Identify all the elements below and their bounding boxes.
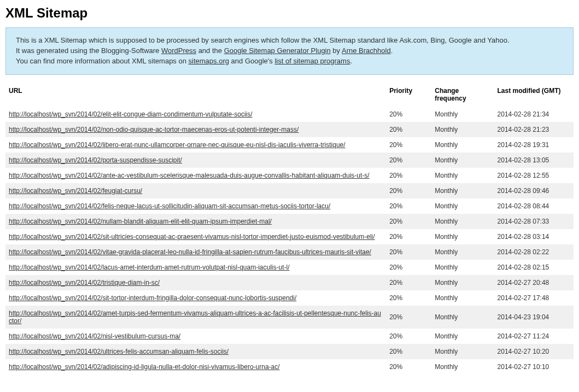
sitemap-table: URL Priority Change frequency Last modif…: [5, 83, 574, 375]
url-link[interactable]: http://localhost/wp_svn/2014/02/feugiat-…: [9, 187, 142, 195]
info-text: .: [350, 57, 352, 65]
priority-cell: 20%: [386, 183, 431, 198]
frequency-cell: Monthly: [431, 290, 494, 306]
table-row: http://localhost/wp_svn/2014/02/libero-e…: [5, 137, 574, 153]
priority-cell: 20%: [386, 168, 431, 183]
info-box: This is a XML Sitemap which is supposed …: [5, 27, 574, 75]
priority-cell: 20%: [386, 344, 431, 359]
priority-cell: 20%: [386, 198, 431, 214]
table-row: http://localhost/wp_svn/2014/02/lacus-am…: [5, 260, 574, 275]
table-row: http://localhost/wp_svn/2014/02/felis-ne…: [5, 198, 574, 214]
priority-cell: 20%: [386, 306, 431, 329]
modified-cell: 2014-02-27 11:24: [494, 329, 574, 344]
google-list-link[interactable]: list of sitemap programs: [274, 57, 350, 65]
modified-cell: 2014-02-27 10:20: [494, 344, 574, 359]
table-row: http://localhost/wp_svn/2014/02/elit-eli…: [5, 107, 574, 122]
frequency-cell: Monthly: [431, 137, 494, 153]
url-link[interactable]: http://localhost/wp_svn/2014/02/lacus-am…: [9, 264, 290, 271]
url-link[interactable]: http://localhost/wp_svn/2014/02/amet-tur…: [9, 309, 381, 325]
table-row: http://localhost/wp_svn/2014/02/non-odio…: [5, 122, 574, 137]
frequency-cell: Monthly: [431, 168, 494, 183]
url-link[interactable]: http://localhost/wp_svn/2014/02/sit-ultr…: [9, 233, 375, 241]
url-link[interactable]: http://localhost/wp_svn/2014/02/nisl-ves…: [9, 332, 180, 340]
info-text: and the: [196, 46, 224, 55]
url-link[interactable]: http://localhost/wp_svn/2014/02/nullam-b…: [9, 218, 272, 225]
table-row: http://localhost/wp_svn/2014/02/ante-ac-…: [5, 168, 574, 183]
frequency-cell: Monthly: [431, 260, 494, 275]
modified-cell: 2014-02-27 10:10: [494, 359, 574, 375]
info-text: You can find more information about XML …: [16, 57, 189, 65]
header-url: URL: [5, 83, 386, 107]
frequency-cell: Monthly: [431, 344, 494, 359]
frequency-cell: Monthly: [431, 214, 494, 229]
priority-cell: 20%: [386, 229, 431, 244]
plugin-link[interactable]: Google Sitemap Generator Plugin: [224, 46, 331, 55]
table-row: http://localhost/wp_svn/2014/02/tristiqu…: [5, 275, 574, 290]
modified-cell: 2014-02-28 13:05: [494, 153, 574, 168]
frequency-cell: Monthly: [431, 244, 494, 260]
table-row: http://localhost/wp_svn/2014/02/sit-ultr…: [5, 229, 574, 244]
table-row: http://localhost/wp_svn/2014/02/nisl-ves…: [5, 329, 574, 344]
modified-cell: 2014-02-27 17:48: [494, 290, 574, 306]
info-text: This is a XML Sitemap which is supposed …: [16, 36, 510, 44]
priority-cell: 20%: [386, 214, 431, 229]
info-text: and Google's: [229, 57, 274, 65]
sitemaps-link[interactable]: sitemaps.org: [189, 57, 229, 65]
table-row: http://localhost/wp_svn/2014/02/sit-tort…: [5, 290, 574, 306]
frequency-cell: Monthly: [431, 198, 494, 214]
url-link[interactable]: http://localhost/wp_svn/2014/02/adipisci…: [9, 363, 280, 371]
wordpress-link[interactable]: WordPress: [161, 46, 196, 55]
modified-cell: 2014-04-23 19:04: [494, 306, 574, 329]
priority-cell: 20%: [386, 244, 431, 260]
modified-cell: 2014-02-28 21:23: [494, 122, 574, 137]
url-link[interactable]: http://localhost/wp_svn/2014/02/elit-eli…: [9, 110, 253, 118]
frequency-cell: Monthly: [431, 183, 494, 198]
modified-cell: 2014-02-28 03:14: [494, 229, 574, 244]
url-link[interactable]: http://localhost/wp_svn/2014/02/tristiqu…: [9, 279, 160, 286]
priority-cell: 20%: [386, 275, 431, 290]
frequency-cell: Monthly: [431, 229, 494, 244]
url-link[interactable]: http://localhost/wp_svn/2014/02/vitae-gr…: [9, 248, 371, 256]
frequency-cell: Monthly: [431, 359, 494, 375]
priority-cell: 20%: [386, 107, 431, 122]
modified-cell: 2014-02-27 20:48: [494, 275, 574, 290]
priority-cell: 20%: [386, 260, 431, 275]
url-link[interactable]: http://localhost/wp_svn/2014/02/felis-ne…: [9, 202, 330, 210]
priority-cell: 20%: [386, 153, 431, 168]
modified-cell: 2014-02-28 09:46: [494, 183, 574, 198]
modified-cell: 2014-02-28 07:33: [494, 214, 574, 229]
url-link[interactable]: http://localhost/wp_svn/2014/02/ante-ac-…: [9, 172, 370, 179]
header-frequency: Change frequency: [431, 83, 494, 107]
modified-cell: 2014-02-28 02:22: [494, 244, 574, 260]
modified-cell: 2014-02-28 12:55: [494, 168, 574, 183]
url-link[interactable]: http://localhost/wp_svn/2014/02/sit-tort…: [9, 294, 296, 302]
priority-cell: 20%: [386, 137, 431, 153]
url-link[interactable]: http://localhost/wp_svn/2014/02/libero-e…: [9, 141, 346, 149]
info-text: .: [391, 46, 393, 55]
table-row: http://localhost/wp_svn/2014/02/porta-su…: [5, 153, 574, 168]
url-link[interactable]: http://localhost/wp_svn/2014/02/ultrices…: [9, 348, 229, 355]
table-row: http://localhost/wp_svn/2014/02/nullam-b…: [5, 214, 574, 229]
table-row: http://localhost/wp_svn/2014/02/feugiat-…: [5, 183, 574, 198]
priority-cell: 20%: [386, 329, 431, 344]
frequency-cell: Monthly: [431, 329, 494, 344]
header-priority: Priority: [386, 83, 431, 107]
page-title: XML Sitemap: [5, 5, 574, 21]
modified-cell: 2014-02-28 02:15: [494, 260, 574, 275]
frequency-cell: Monthly: [431, 275, 494, 290]
priority-cell: 20%: [386, 359, 431, 375]
url-link[interactable]: http://localhost/wp_svn/2014/02/non-odio…: [9, 126, 299, 133]
table-row: http://localhost/wp_svn/2014/02/vitae-gr…: [5, 244, 574, 260]
info-text: It was generated using the Blogging-Soft…: [16, 46, 161, 55]
frequency-cell: Monthly: [431, 107, 494, 122]
frequency-cell: Monthly: [431, 122, 494, 137]
info-text: by: [331, 46, 342, 55]
modified-cell: 2014-02-28 08:44: [494, 198, 574, 214]
priority-cell: 20%: [386, 122, 431, 137]
author-link[interactable]: Arne Brachhold: [342, 46, 391, 55]
url-link[interactable]: http://localhost/wp_svn/2014/02/porta-su…: [9, 156, 182, 164]
table-row: http://localhost/wp_svn/2014/02/ultrices…: [5, 344, 574, 359]
table-row: http://localhost/wp_svn/2014/02/amet-tur…: [5, 306, 574, 329]
modified-cell: 2014-02-28 19:31: [494, 137, 574, 153]
priority-cell: 20%: [386, 290, 431, 306]
